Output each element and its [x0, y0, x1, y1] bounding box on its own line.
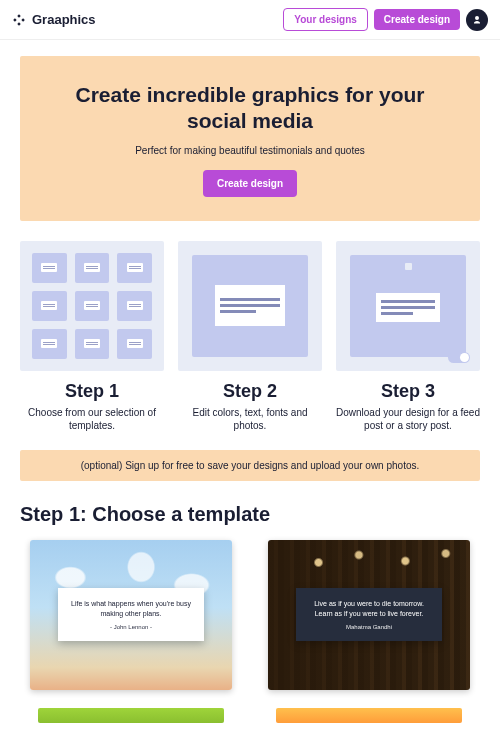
header-actions: Your designs Create design [283, 8, 488, 31]
profile-button[interactable] [466, 9, 488, 31]
hero-title: Create incredible graphics for your soci… [50, 82, 450, 135]
user-icon [471, 14, 483, 26]
template-card[interactable]: Life is what happens when you're busy ma… [30, 540, 232, 690]
signup-tip-bar: (optional) Sign up for free to save your… [20, 450, 480, 481]
step-illustration-templates [20, 241, 164, 371]
quote-author: - John Lennon - [66, 624, 195, 630]
create-design-button[interactable]: Create design [374, 9, 460, 30]
brand-name: Graaphics [32, 12, 96, 27]
step-title: Step 3 [336, 381, 480, 402]
quote-card: Live as if you were to die tomorrow. Lea… [296, 588, 441, 641]
hero-subtitle: Perfect for making beautiful testimonial… [50, 145, 450, 156]
step-illustration-download [336, 241, 480, 371]
step-desc: Edit colors, text, fonts and photos. [178, 406, 322, 432]
step-title: Step 1 [20, 381, 164, 402]
template-card[interactable]: Live as if you were to die tomorrow. Lea… [268, 540, 470, 690]
step-desc: Download your design for a feed post or … [336, 406, 480, 432]
step-illustration-edit [178, 241, 322, 371]
hero-create-design-button[interactable]: Create design [203, 170, 297, 197]
template-row: Life is what happens when you're busy ma… [20, 540, 480, 723]
your-designs-button[interactable]: Your designs [283, 8, 368, 31]
step-desc: Choose from our selection of templates. [20, 406, 164, 432]
quote-card: Life is what happens when you're busy ma… [58, 588, 203, 641]
steps-row: Step 1 Choose from our selection of temp… [20, 241, 480, 432]
hero-banner: Create incredible graphics for your soci… [20, 56, 480, 221]
template-color-swatch[interactable] [38, 708, 224, 723]
step-title: Step 2 [178, 381, 322, 402]
template-color-swatch[interactable] [276, 708, 462, 723]
app-header: Graaphics Your designs Create design [0, 0, 500, 40]
step-card-3: Step 3 Download your design for a feed p… [336, 241, 480, 432]
step-card-1: Step 1 Choose from our selection of temp… [20, 241, 164, 432]
brand-logo[interactable]: Graaphics [12, 12, 96, 27]
logo-icon [12, 13, 26, 27]
template-option-2: Live as if you were to die tomorrow. Lea… [268, 540, 470, 723]
choose-template-heading: Step 1: Choose a template [20, 503, 480, 526]
step-card-2: Step 2 Edit colors, text, fonts and phot… [178, 241, 322, 432]
quote-text: Live as if you were to die tomorrow. Lea… [304, 599, 433, 619]
toggle-icon [448, 352, 470, 363]
template-option-1: Life is what happens when you're busy ma… [30, 540, 232, 723]
quote-text: Life is what happens when you're busy ma… [66, 599, 195, 619]
quote-author: Mahatma Gandhi [304, 624, 433, 630]
